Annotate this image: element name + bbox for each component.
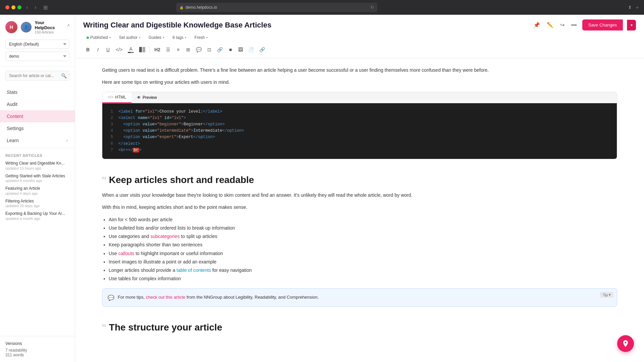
save-changes-button[interactable]: Save Changes [582,19,623,31]
recent-article-2[interactable]: Getting Started with Stale Articles upda… [5,174,69,183]
set-author-label: Set author [119,35,138,40]
code-line-7: 7 <br></br> [108,147,611,154]
main-editor: Writing Clear and Digestible Knowledge B… [75,15,644,362]
sidebar-item-content[interactable]: Content [0,110,75,122]
guides-button[interactable]: Guides ▾ [145,34,168,41]
bullet-item-7: Longer articles should provide a table o… [109,266,617,275]
share-icon[interactable]: ↪ [559,20,566,29]
reload-button[interactable]: ↻ [371,5,374,10]
share-icon[interactable]: ⬆ [628,5,632,10]
check-out-link[interactable]: check out this article [146,295,185,300]
h1-keep-block: H1 Keep articles short and readable [102,165,617,191]
code-line-4: 4 <option value="intermediate">Intermedi… [108,128,611,134]
preview-tab-icon: 👁 [137,95,141,100]
language-select[interactable]: English (Default) [5,40,69,49]
versions-panel: Versions 7 readability 311 words [0,336,75,362]
heading2-button[interactable]: H2 [152,45,163,54]
bullet-item-5: Use callouts to highlight important or u… [109,249,617,258]
pin-icon[interactable]: 📌 [532,20,541,29]
brand-info: Your HelpDocs ↗ 150 Articles [35,20,69,34]
search-button[interactable]: 🔍 [61,73,67,78]
ordered-list-button[interactable]: ≡ [173,45,183,54]
embed-button[interactable]: 🔗 [257,45,267,54]
sidebar-nav: Stats Audit Content Settings Learn ↗ [0,85,75,148]
highlight-button[interactable]: A [125,45,136,55]
tags-button[interactable]: 6 tags ▾ [169,34,190,41]
image-button[interactable]: 🖼 [236,45,245,54]
link-button[interactable]: 🔗 [215,45,225,54]
fresh-label: Fresh [195,35,205,40]
sidebar-toggle-button[interactable]: ⊞ [41,4,50,11]
code-line-5: 5 <option value="expert">Expert</option> [108,134,611,140]
tip-label-dropdown[interactable]: Tip ▾ [600,292,613,298]
color-picker-icon: A [128,46,134,53]
editor-toolbar-area: Writing Clear and Digestible Knowledge B… [75,15,644,58]
italic-button[interactable]: I [93,45,103,54]
project-select[interactable]: demo [5,52,69,61]
sidebar-item-learn[interactable]: Learn ↗ [0,134,75,146]
fresh-button[interactable]: Fresh ▾ [191,34,211,41]
more-options-icon[interactable]: ••• [570,21,578,29]
published-label: Published [90,35,108,40]
code-line-3: 3 <option value="beginner">Beginner</opt… [108,121,611,128]
code-line-1: 1 <label for="lvl">Choose your level:</l… [108,109,611,115]
recent-article-4[interactable]: Filtering Articles updated 20 days ago [5,199,69,208]
guides-label: Guides [149,35,161,40]
block-button[interactable]: ■ [226,45,235,54]
color-blocks-icon [139,47,145,52]
quote-button[interactable]: 💬 [194,45,204,54]
file-button[interactable]: 📄 [246,45,256,54]
sidebar-item-audit[interactable]: Audit [0,98,75,110]
recent-articles-panel: Recent Articles Writing Clear and Digest… [0,148,75,336]
search-input[interactable] [5,71,69,81]
minimize-button[interactable] [11,5,15,9]
floating-action-button[interactable] [617,335,634,352]
html-tab[interactable]: </> HTML [102,92,131,103]
subcategories-link[interactable]: subcategories [151,234,180,239]
recent-articles-title: Recent Articles [5,154,69,158]
back-button[interactable]: ‹ [24,4,30,11]
underline-button[interactable]: U [103,45,113,54]
bullet-list: Aim for < 500 words per article Use bull… [109,216,617,283]
recent-article-5[interactable]: Exporting & Backing Up Your Ar... update… [5,211,69,221]
forward-button[interactable]: › [33,4,38,11]
url-bar[interactable]: 🔒 demo.helpdocs.io ↻ [176,3,377,12]
external-link-icon: ↗ [67,23,69,27]
color-blocks-button[interactable] [137,45,148,54]
callouts-link[interactable]: callouts [118,251,134,256]
editor-meta-row: Published ▾ Set author ▾ Guides ▾ 6 tags… [83,34,636,45]
guides-caret: ▾ [163,36,164,39]
sidebar-item-stats[interactable]: Stats [0,86,75,98]
preview-tab[interactable]: 👁 Preview [131,92,162,103]
recent-article-1[interactable]: Writing Clear and Digestible Kn... updat… [5,161,69,170]
recent-article-3[interactable]: Featuring an Article updated 4 days ago [5,186,69,195]
published-status-button[interactable]: Published ▾ [83,34,114,41]
table-button[interactable]: ⊞ [183,45,193,54]
bullet-item-3: Use categories and subcategories to spli… [109,232,617,241]
add-tab-icon[interactable]: + [636,5,639,10]
browser-actions: ⬆ + [628,5,639,10]
save-dropdown-button[interactable]: ▾ [627,20,636,31]
sidebar-item-settings[interactable]: Settings [0,122,75,134]
toc-link[interactable]: table of contents [176,267,211,273]
article-title[interactable]: Writing Clear and Digestible Knowledge B… [83,21,532,29]
fresh-caret: ▾ [206,36,208,39]
edit-icon[interactable]: ✏️ [545,20,555,29]
app-layout: H 👤 Your HelpDocs ↗ 150 Articles English… [0,15,644,362]
floating-button-icon [622,340,630,348]
para-1: When a user visits your knowledge base t… [102,191,617,199]
h1-structure-heading[interactable]: The structure your article [109,321,222,334]
maximize-button[interactable] [17,5,21,9]
tip-icon: 💬 [108,295,114,301]
callout-button[interactable]: ⊡ [205,45,214,54]
bullet-list-button[interactable]: ☰ [163,45,173,54]
code-line-2: 2 <select name="lvl" id="lvl"> [108,115,611,121]
set-author-button[interactable]: Set author ▾ [116,34,144,41]
editor-content-area[interactable]: Getting users to read text is a difficul… [75,58,644,362]
learn-external-icon: ↗ [65,139,68,142]
close-button[interactable] [5,5,9,9]
html-tab-icon: </> [108,95,113,100]
h1-keep-heading[interactable]: Keep articles short and readable [109,174,254,186]
bold-button[interactable]: B [83,45,93,54]
code-button[interactable]: </> [113,45,125,54]
